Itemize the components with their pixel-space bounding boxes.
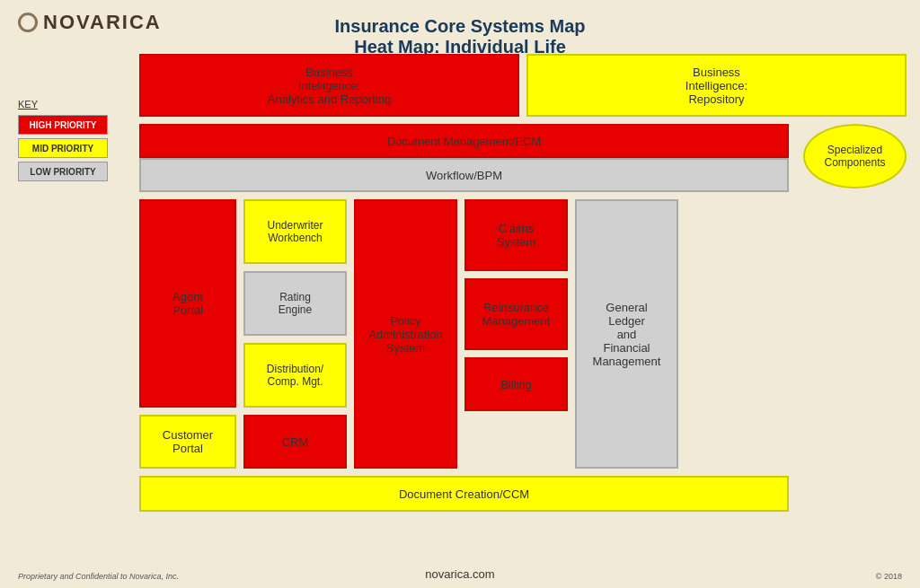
doc-creation-text: Document Creation/CCM bbox=[399, 487, 529, 501]
bi-repository-box: Business Intelligence: Repository bbox=[526, 54, 907, 117]
workflow-row: Workflow/BPM bbox=[139, 158, 789, 192]
customer-portal-text: Customer Portal bbox=[163, 428, 213, 455]
policy-admin-text: Policy Administration System bbox=[368, 314, 442, 355]
uw-workbench-text: Underwriter Workbench bbox=[267, 219, 323, 244]
company-name: NOVARICA bbox=[43, 11, 162, 34]
middle-section: Agent Portal Customer Portal bbox=[139, 199, 789, 469]
policy-admin-box: Policy Administration System bbox=[354, 199, 457, 469]
doc-creation-row: Document Creation/CCM bbox=[139, 476, 789, 512]
rating-engine-text: Rating Engine bbox=[279, 291, 312, 316]
billing-box: Billing bbox=[464, 357, 568, 411]
agent-portal-text: Agent Portal bbox=[172, 290, 203, 317]
left-col: Agent Portal Customer Portal bbox=[139, 199, 236, 469]
legend-high: HIGH PRIORITY bbox=[18, 115, 108, 135]
general-ledger-box: General Ledger and Financial Management bbox=[575, 199, 678, 469]
system-map-diagram: Business Intelligence: Analytics and Rep… bbox=[139, 54, 907, 557]
specialized-text: Specialized Components bbox=[824, 144, 885, 169]
uw-workbench-box: Underwriter Workbench bbox=[243, 199, 347, 264]
legend-label: KEY bbox=[18, 99, 108, 110]
general-ledger-text: General Ledger and Financial Management bbox=[593, 301, 661, 368]
claims-system-box: Claims System bbox=[464, 199, 568, 271]
doc-mgmt-row: Document Management/ECM Workflow/BPM Age… bbox=[139, 124, 907, 512]
bi-repository-text: Business Intelligence: Repository bbox=[686, 66, 748, 106]
bi-analytics-box: Business Intelligence: Analytics and Rep… bbox=[139, 54, 519, 117]
doc-creation-box: Document Creation/CCM bbox=[139, 476, 789, 512]
center-right-col: Claims System Reinsurance Management Bil… bbox=[464, 199, 568, 469]
footer-year: © 2018 bbox=[876, 572, 902, 581]
policy-admin-col: Policy Administration System bbox=[354, 199, 457, 469]
crm-box: CRM bbox=[243, 415, 347, 469]
logo-icon bbox=[18, 13, 38, 32]
legend: KEY HIGH PRIORITY MID PRIORITY LOW PRIOR… bbox=[18, 99, 108, 181]
agent-portal-box: Agent Portal bbox=[139, 199, 236, 408]
footer-copyright: Proprietary and Confidential to Novarica… bbox=[18, 572, 179, 581]
bi-row: Business Intelligence: Analytics and Rep… bbox=[139, 54, 907, 117]
legend-low: LOW PRIORITY bbox=[18, 162, 108, 181]
reinsurance-box: Reinsurance Management bbox=[464, 278, 568, 350]
customer-portal-box: Customer Portal bbox=[139, 415, 236, 469]
general-ledger-col: General Ledger and Financial Management bbox=[575, 199, 678, 469]
doc-left-block: Document Management/ECM Workflow/BPM Age… bbox=[139, 124, 789, 512]
bi-analytics-text: Business Intelligence: Analytics and Rep… bbox=[268, 66, 391, 106]
distribution-box: Distribution/ Comp. Mgt. bbox=[243, 343, 347, 408]
center-left-col: Underwriter Workbench Rating Engine bbox=[243, 199, 347, 469]
distribution-text: Distribution/ Comp. Mgt. bbox=[267, 363, 323, 388]
logo: NOVARICA bbox=[18, 11, 162, 34]
specialized-components-oval: Specialized Components bbox=[803, 124, 907, 189]
website-url: novarica.com bbox=[425, 567, 494, 581]
copyright-year: © 2018 bbox=[876, 572, 902, 581]
legend-mid: MID PRIORITY bbox=[18, 138, 108, 158]
rating-engine-box: Rating Engine bbox=[243, 271, 347, 336]
claims-system-text: Claims System bbox=[497, 222, 535, 249]
doc-management-box: Document Management/ECM bbox=[139, 124, 789, 158]
reinsurance-text: Reinsurance Management bbox=[482, 301, 551, 328]
workflow-box: Workflow/BPM bbox=[139, 158, 789, 192]
